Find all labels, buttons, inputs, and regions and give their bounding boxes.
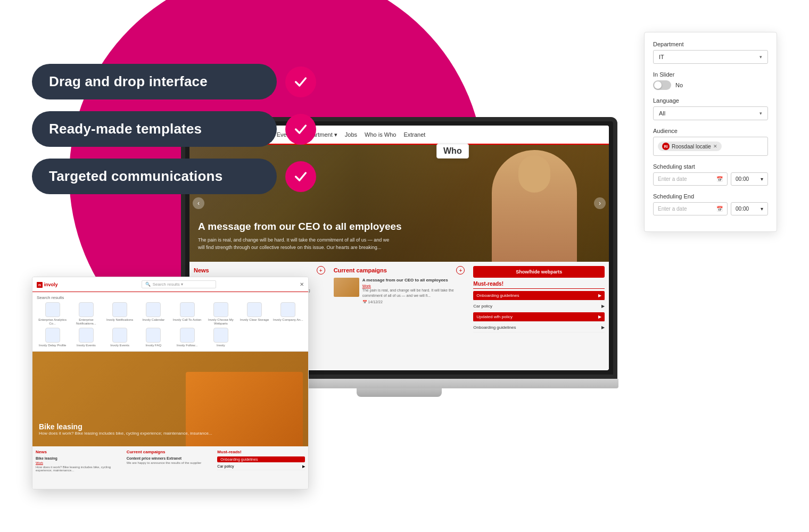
chevron-down-icon-time1: ▾: [761, 176, 763, 182]
news-add-icon[interactable]: +: [317, 266, 325, 275]
search-result-label-5: Involy Call To Action: [173, 318, 202, 322]
who-label: Who: [436, 144, 469, 159]
tablet-campaign-item-desc: We are happy to announce the results of …: [127, 461, 214, 464]
scheduling-end-time: 00:00: [736, 206, 749, 212]
search-result-7[interactable]: Involy Clear Storage: [239, 302, 270, 326]
search-result-icon-2: [79, 302, 94, 317]
search-result-3[interactable]: Involy Notifications: [104, 302, 136, 326]
scheduling-start-time: 00:00: [736, 176, 749, 182]
scheduling-end-date-input[interactable]: Enter a date 📅: [653, 202, 728, 215]
search-results-label: Search results ▾: [153, 282, 183, 287]
scheduling-start-date-input[interactable]: Enter a date 📅: [653, 172, 728, 186]
audience-label: Audience: [653, 128, 768, 134]
audience-box[interactable]: RI Roosdaal locatie ✕: [653, 137, 768, 156]
campaign-item-date: 📅 14/12/22: [362, 300, 465, 305]
tablet-car-policy[interactable]: Car policy ▶: [217, 463, 305, 470]
search-result-5[interactable]: Involy Call To Action: [171, 302, 203, 326]
must-read-item-3[interactable]: Updated wfh policy ▶: [473, 312, 605, 322]
tablet-hero: Bike leasing How does it work? Bike leas…: [32, 351, 308, 446]
search-result-1[interactable]: Enterprise Analytics Co...: [37, 302, 68, 326]
tablet-must-reads-col: Must-reads! Onboarding guidelines Car po…: [217, 450, 305, 486]
in-slider-toggle[interactable]: [653, 80, 671, 90]
search-result-14[interactable]: Involy: [205, 328, 236, 347]
nav-item-extranet[interactable]: Extranet: [403, 131, 425, 138]
search-result-icon-14: [213, 328, 228, 343]
search-result-11[interactable]: Involy Events: [104, 328, 136, 347]
search-result-12[interactable]: Involy FAQ: [138, 328, 169, 347]
feature-item-drag-drop: Drag and drop interface: [32, 64, 316, 99]
search-result-label-6: Involy Choose My Webparts: [205, 318, 236, 326]
toggle-knob: [654, 81, 662, 89]
must-read-item-2[interactable]: Car policy ▶: [473, 302, 605, 311]
tablet-must-reads-title: Must-reads!: [217, 450, 305, 454]
tablet-campaigns-title: Current campaigns: [127, 450, 214, 454]
search-result-label-2: Enterprise Notifications...: [70, 318, 102, 326]
tablet-close-icon[interactable]: ✕: [300, 281, 304, 287]
features-list: Drag and drop interface Ready-made templ…: [32, 64, 316, 194]
campaign-item-category[interactable]: Work: [362, 284, 465, 288]
search-result-6[interactable]: Involy Choose My Webparts: [205, 302, 236, 326]
search-result-icon-10: [79, 328, 94, 343]
search-result-8[interactable]: Involy Company An...: [273, 302, 304, 326]
must-read-item-1[interactable]: Onboarding guidelines ▶: [473, 291, 605, 301]
hero-text: A message from our CEO to all employees …: [189, 214, 410, 262]
campaigns-icon[interactable]: +: [456, 266, 465, 275]
feature-label-drag-drop: Drag and drop interface: [32, 64, 277, 99]
hero-person-face: [518, 155, 550, 193]
nav-item-jobs[interactable]: Jobs: [345, 131, 357, 138]
tablet-logo-box: n: [37, 282, 43, 288]
search-result-9[interactable]: Involy Delay Profile: [37, 328, 68, 347]
scheduling-end-label: Scheduling End: [653, 193, 768, 200]
scheduling-start-placeholder: Enter a date: [658, 176, 687, 182]
audience-tag-close-icon[interactable]: ✕: [713, 144, 717, 149]
tablet-content: News Bike leasing Work How does it work?…: [32, 446, 308, 489]
tablet-news-item-desc: How does it work? Bike leasing includes …: [36, 466, 123, 472]
nav-item-who-is-who[interactable]: Who is Who: [365, 131, 396, 138]
tablet-campaign-item-title: Content price winners Extranet: [127, 456, 214, 460]
settings-panel: Department IT ▾ In Slider No Language Al…: [644, 32, 777, 232]
search-result-label-9: Involy Delay Profile: [39, 344, 66, 347]
search-result-label-4: Involy Calendar: [143, 318, 165, 322]
tablet-car-policy-label: Car policy: [217, 464, 234, 469]
search-result-icon-7: [247, 302, 262, 317]
search-result-13[interactable]: Involy Follow...: [171, 328, 203, 347]
news-header: News +: [194, 266, 325, 275]
hero-prev-arrow[interactable]: ‹: [193, 197, 204, 209]
campaigns-title: Current campaigns: [334, 267, 387, 273]
search-grid-2: Involy Delay Profile Involy Events Invol…: [37, 328, 304, 347]
must-read-icon-3: ▶: [598, 314, 601, 319]
search-result-4[interactable]: Involy Calendar: [138, 302, 169, 326]
must-read-icon-4: ▶: [601, 325, 605, 330]
search-result-label-13: Involy Follow...: [177, 344, 197, 347]
tablet-search-input[interactable]: 🔍 Search results ▾: [142, 280, 216, 288]
must-read-item-4[interactable]: Onboarding guidelines ▶: [473, 323, 605, 332]
scheduling-start-time-input[interactable]: 00:00 ▾: [731, 172, 768, 186]
audience-avatar: RI: [662, 143, 670, 150]
search-result-label-8: Involy Company An...: [273, 318, 303, 322]
chevron-down-icon-time2: ▾: [761, 206, 763, 212]
search-result-10[interactable]: Involy Events: [70, 328, 102, 347]
chevron-down-icon-lang: ▾: [760, 111, 762, 116]
hero-next-arrow[interactable]: ›: [594, 197, 606, 209]
tablet-news-item-title: Bike leasing: [36, 456, 123, 460]
tablet-header: n involy 🔍 Search results ▾ ✕: [32, 277, 308, 292]
search-result-2[interactable]: Enterprise Notifications...: [70, 302, 102, 326]
search-result-label-11: Involy Events: [110, 344, 129, 347]
must-read-label-2: Car policy: [473, 304, 492, 309]
department-field: Department IT ▾: [653, 41, 768, 64]
tablet-car-policy-icon: ▶: [302, 464, 305, 469]
campaign-item-title: A message from our CEO to all employees: [362, 278, 465, 283]
must-read-label-4: Onboarding guidelines: [473, 325, 516, 330]
scheduling-end-placeholder: Enter a date: [658, 206, 687, 212]
search-result-label-14: Involy: [217, 344, 225, 347]
tablet-news-item-link[interactable]: Work: [36, 461, 123, 464]
language-select[interactable]: All ▾: [653, 106, 768, 120]
must-read-icon-2: ▶: [601, 304, 605, 309]
must-reads-column: Show/hide webparts Must-reads! Onboardin…: [469, 262, 609, 369]
tablet-onboarding-btn[interactable]: Onboarding guidelines: [217, 456, 305, 462]
department-label: Department: [653, 41, 768, 47]
show-hide-webparts-button[interactable]: Show/hide webparts: [473, 266, 605, 278]
department-select[interactable]: IT ▾: [653, 50, 768, 64]
search-result-label-3: Involy Notifications: [106, 318, 133, 322]
scheduling-end-time-input[interactable]: 00:00 ▾: [731, 202, 768, 215]
